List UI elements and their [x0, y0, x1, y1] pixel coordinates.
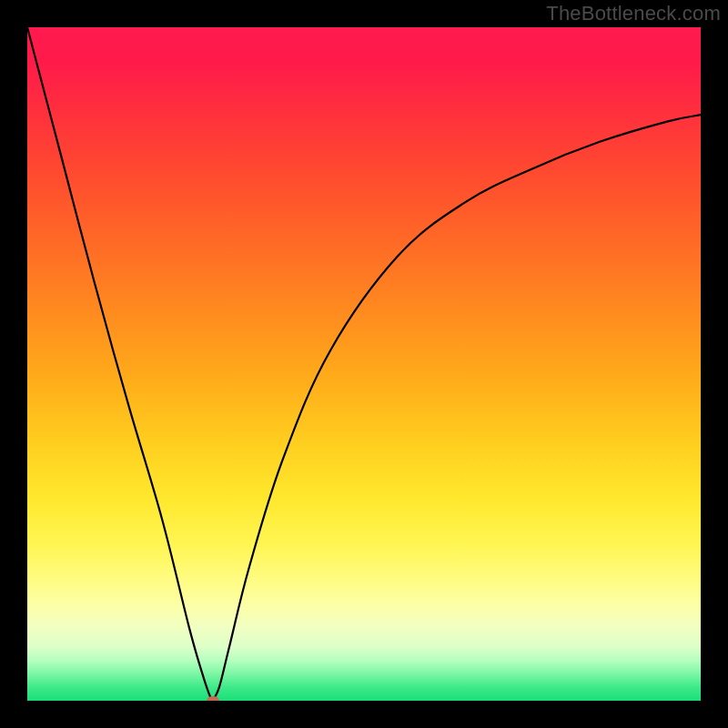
bottleneck-curve [27, 27, 701, 701]
minimum-marker [207, 696, 219, 701]
curve-left-branch [27, 27, 213, 701]
curve-right-branch [213, 115, 702, 701]
plot-area [27, 27, 701, 701]
chart-frame: TheBottleneck.com [0, 0, 728, 728]
watermark-text: TheBottleneck.com [546, 2, 721, 25]
